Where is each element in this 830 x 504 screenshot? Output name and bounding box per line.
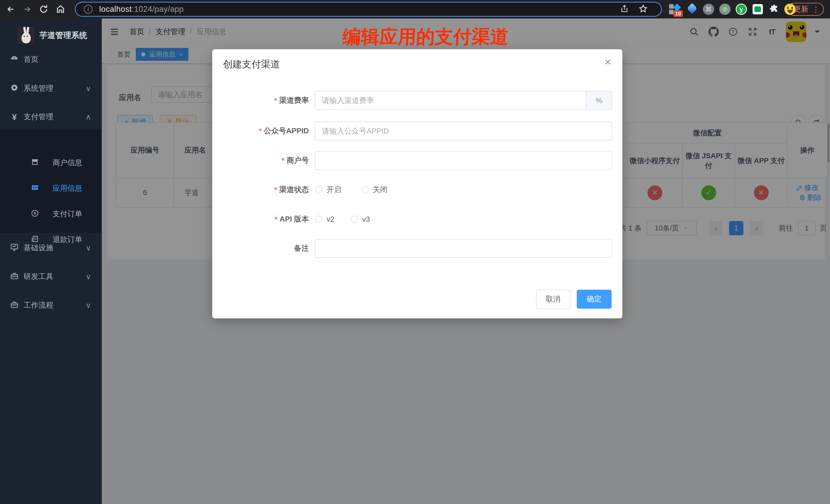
chevron-down-icon: ∨: [86, 272, 91, 281]
confirm-button[interactable]: 确定: [577, 290, 612, 309]
sidebar-item-app-info[interactable]: 应用信息: [0, 176, 102, 201]
sidebar-item-label: 首页: [24, 54, 38, 65]
app-logo-row[interactable]: 芋道管理系统: [0, 23, 102, 48]
app-title: 芋道管理系统: [39, 30, 87, 41]
field-label: 备注: [294, 243, 309, 254]
url-path: :1024/pay/app: [132, 5, 184, 13]
sidebar-item-label: 应用信息: [53, 183, 82, 194]
sidebar-item-label: 基础设施: [24, 243, 53, 253]
sidebar-item-label: 支付订单: [53, 209, 82, 219]
dialog-close-icon[interactable]: ×: [604, 56, 611, 68]
radio-api-v2[interactable]: v2: [315, 215, 334, 224]
briefcase-icon: [9, 300, 20, 311]
sidebar-item-pay-orders[interactable]: ¥ 支付订单: [0, 201, 102, 227]
yen-circle-icon: ¥: [30, 209, 39, 219]
gear-icon: [9, 83, 20, 94]
radio-label: v3: [362, 215, 370, 224]
extension-command-icon[interactable]: ⌘: [702, 3, 715, 15]
url-bar[interactable]: i localhost:1024/pay/app: [75, 2, 662, 17]
sidebar-item-infrastructure[interactable]: 基础设施 ∨: [0, 235, 102, 261]
url-host: localhost: [99, 5, 132, 13]
field-appid: *公众号APPID: [212, 122, 612, 140]
sidebar-item-label: 系统管理: [24, 83, 53, 94]
update-label: 更新: [794, 4, 808, 14]
radio-circle-icon: [315, 186, 322, 193]
required-asterisk: *: [274, 96, 277, 105]
browser-reload-icon[interactable]: [38, 4, 49, 14]
appid-input[interactable]: [315, 122, 612, 140]
radio-circle-icon: [361, 186, 369, 193]
yen-icon: ¥: [9, 112, 20, 122]
chevron-down-icon: ∨: [86, 244, 91, 252]
sidebar-item-system[interactable]: 系统管理 ∨: [0, 75, 102, 101]
channel-rate-input[interactable]: [315, 92, 586, 109]
radio-label: v2: [326, 215, 334, 224]
grid-icon: [30, 184, 39, 194]
extensions-puzzle-icon[interactable]: [768, 3, 780, 15]
dashboard-icon: [9, 54, 20, 65]
browser-forward-icon[interactable]: [22, 4, 32, 14]
dialog-title: 创建支付渠道: [223, 58, 280, 71]
shop-icon: [30, 158, 39, 168]
required-asterisk: *: [274, 186, 277, 194]
sidebar-item-label: 支付管理: [24, 112, 53, 122]
field-merchant-id: *商户号: [212, 151, 612, 170]
share-icon[interactable]: [620, 4, 629, 14]
radio-api-v3[interactable]: v3: [351, 215, 370, 224]
sidebar-item-dev-tools[interactable]: 研发工具 ∨: [0, 264, 102, 289]
required-asterisk: *: [282, 156, 285, 165]
sidebar-item-label: 商户信息: [53, 158, 82, 168]
sidebar-item-home[interactable]: 首页: [0, 46, 102, 72]
browser-menu-icon[interactable]: ⋮: [812, 5, 820, 14]
payment-submenu: 商户信息 应用信息 ¥ 支付订单 退款订单: [0, 129, 102, 233]
extension-blocks-icon[interactable]: 10: [669, 3, 681, 15]
extension-chat-icon[interactable]: [752, 3, 764, 15]
field-api-version: *API 版本 v2 v3: [212, 210, 612, 229]
extension-kite-icon[interactable]: [686, 3, 698, 15]
field-label: 商户号: [287, 155, 309, 166]
extension-badge: 10: [673, 10, 683, 17]
chevron-down-icon: ∨: [86, 301, 91, 310]
merchant-id-input[interactable]: [315, 151, 612, 170]
required-asterisk: *: [259, 127, 262, 135]
field-label: 渠道费率: [279, 95, 309, 106]
radio-label: 关闭: [373, 185, 388, 195]
app-logo: [18, 27, 34, 44]
sidebar-item-payment[interactable]: ¥ 支付管理 ∧: [0, 104, 102, 130]
field-label: 公众号APPID: [264, 126, 309, 136]
site-info-icon[interactable]: i: [84, 5, 93, 13]
field-channel-rate: *渠道费率 %: [212, 91, 612, 110]
radio-circle-icon: [315, 216, 322, 223]
sidebar-item-label: 工作流程: [24, 300, 53, 310]
monitor-icon: [9, 243, 20, 253]
sidebar-item-workflow[interactable]: 工作流程 ∨: [0, 292, 102, 318]
radio-label: 开启: [326, 185, 342, 195]
annotation-text: 编辑应用的支付渠道: [335, 25, 516, 49]
update-button[interactable]: 更新 ⋮: [788, 3, 824, 15]
field-channel-status: *渠道状态 开启 关闭: [212, 180, 612, 199]
browser-home-icon[interactable]: [55, 4, 66, 14]
chevron-down-icon: ∨: [86, 84, 91, 93]
chevron-up-icon: ∧: [86, 113, 91, 121]
cancel-button[interactable]: 取消: [536, 290, 570, 309]
browser-toolbar: i localhost:1024/pay/app 10 ⌘ y 更新 ⋮: [0, 0, 830, 19]
percent-suffix: %: [586, 92, 612, 109]
sidebar: 芋道管理系统 首页 系统管理 ∨ ¥ 支付管理 ∧ 商户信息 应用信息: [0, 19, 102, 504]
toolbox-icon: [9, 272, 20, 282]
remark-input[interactable]: [315, 239, 612, 258]
field-remark: 备注: [212, 239, 612, 258]
bookmark-star-icon[interactable]: [639, 4, 648, 14]
create-channel-dialog: 创建支付渠道 × *渠道费率 % *公众号APPID *商户号 *渠道状态 开启…: [212, 49, 622, 318]
sidebar-item-merchant-info[interactable]: 商户信息: [0, 150, 102, 176]
extension-recorder-icon[interactable]: [719, 3, 731, 15]
sidebar-item-label: 研发工具: [24, 272, 53, 282]
svg-text:¥: ¥: [34, 211, 36, 216]
radio-circle-icon: [351, 216, 358, 223]
browser-back-icon[interactable]: [6, 4, 16, 14]
extension-y-icon[interactable]: y: [735, 3, 747, 15]
field-label: API 版本: [280, 214, 309, 224]
radio-status-open[interactable]: 开启: [315, 185, 342, 195]
required-asterisk: *: [275, 215, 277, 224]
field-label: 渠道状态: [279, 185, 309, 195]
radio-status-closed[interactable]: 关闭: [361, 185, 388, 195]
